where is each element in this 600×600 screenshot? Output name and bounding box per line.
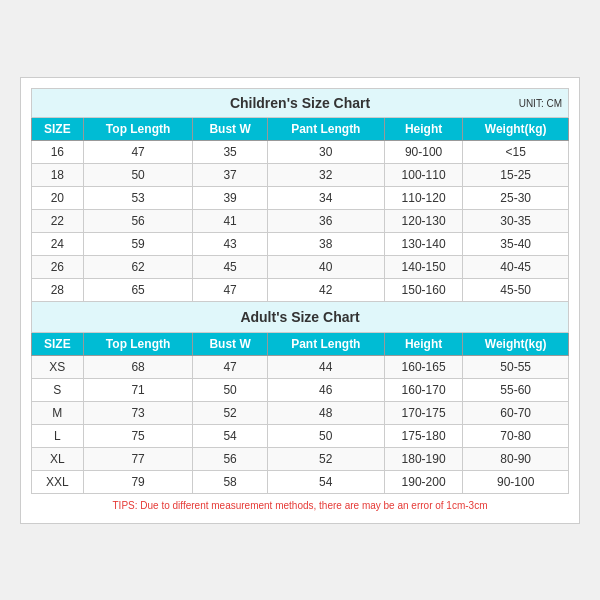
table-row: 24 59 43 38 130-140 35-40 xyxy=(32,232,569,255)
cell-bust-w: 54 xyxy=(193,424,267,447)
table-row: 22 56 41 36 120-130 30-35 xyxy=(32,209,569,232)
adult-title: Adult's Size Chart xyxy=(240,309,359,325)
cell-pant-length: 42 xyxy=(267,278,384,301)
col-header-weight-adult: Weight(kg) xyxy=(463,332,569,355)
cell-top-length: 71 xyxy=(83,378,193,401)
cell-top-length: 53 xyxy=(83,186,193,209)
col-header-size: SIZE xyxy=(32,117,84,140)
cell-bust-w: 43 xyxy=(193,232,267,255)
cell-height: 120-130 xyxy=(384,209,462,232)
table-row: XS 68 47 44 160-165 50-55 xyxy=(32,355,569,378)
cell-size: 18 xyxy=(32,163,84,186)
cell-height: 190-200 xyxy=(384,470,462,493)
cell-height: 175-180 xyxy=(384,424,462,447)
cell-bust-w: 39 xyxy=(193,186,267,209)
cell-top-length: 75 xyxy=(83,424,193,447)
cell-size: XXL xyxy=(32,470,84,493)
cell-height: 150-160 xyxy=(384,278,462,301)
col-header-height: Height xyxy=(384,117,462,140)
cell-size: M xyxy=(32,401,84,424)
table-row: XL 77 56 52 180-190 80-90 xyxy=(32,447,569,470)
adult-header-row: SIZE Top Length Bust W Pant Length Heigh… xyxy=(32,332,569,355)
cell-top-length: 47 xyxy=(83,140,193,163)
table-row: M 73 52 48 170-175 60-70 xyxy=(32,401,569,424)
cell-size: 26 xyxy=(32,255,84,278)
chart-container: Children's Size Chart UNIT: CM SIZE Top … xyxy=(20,77,580,524)
cell-pant-length: 38 xyxy=(267,232,384,255)
col-header-bust-w-adult: Bust W xyxy=(193,332,267,355)
cell-pant-length: 34 xyxy=(267,186,384,209)
cell-pant-length: 32 xyxy=(267,163,384,186)
cell-bust-w: 50 xyxy=(193,378,267,401)
cell-bust-w: 37 xyxy=(193,163,267,186)
cell-bust-w: 47 xyxy=(193,278,267,301)
table-row: L 75 54 50 175-180 70-80 xyxy=(32,424,569,447)
cell-bust-w: 47 xyxy=(193,355,267,378)
cell-top-length: 62 xyxy=(83,255,193,278)
cell-pant-length: 44 xyxy=(267,355,384,378)
cell-top-length: 56 xyxy=(83,209,193,232)
children-title-row: Children's Size Chart UNIT: CM xyxy=(32,88,569,117)
cell-pant-length: 52 xyxy=(267,447,384,470)
cell-top-length: 50 xyxy=(83,163,193,186)
cell-top-length: 68 xyxy=(83,355,193,378)
cell-bust-w: 41 xyxy=(193,209,267,232)
col-header-top-length: Top Length xyxy=(83,117,193,140)
cell-weight: 70-80 xyxy=(463,424,569,447)
cell-size: L xyxy=(32,424,84,447)
cell-pant-length: 48 xyxy=(267,401,384,424)
cell-weight: 40-45 xyxy=(463,255,569,278)
col-header-size-adult: SIZE xyxy=(32,332,84,355)
cell-weight: 80-90 xyxy=(463,447,569,470)
cell-height: 110-120 xyxy=(384,186,462,209)
cell-weight: 25-30 xyxy=(463,186,569,209)
table-row: 20 53 39 34 110-120 25-30 xyxy=(32,186,569,209)
cell-size: XS xyxy=(32,355,84,378)
cell-bust-w: 35 xyxy=(193,140,267,163)
cell-top-length: 73 xyxy=(83,401,193,424)
cell-size: 20 xyxy=(32,186,84,209)
cell-top-length: 79 xyxy=(83,470,193,493)
cell-weight: <15 xyxy=(463,140,569,163)
cell-height: 100-110 xyxy=(384,163,462,186)
cell-size: S xyxy=(32,378,84,401)
table-row: XXL 79 58 54 190-200 90-100 xyxy=(32,470,569,493)
cell-weight: 50-55 xyxy=(463,355,569,378)
cell-top-length: 65 xyxy=(83,278,193,301)
cell-top-length: 77 xyxy=(83,447,193,470)
cell-height: 130-140 xyxy=(384,232,462,255)
cell-weight: 35-40 xyxy=(463,232,569,255)
col-header-pant-length: Pant Length xyxy=(267,117,384,140)
cell-size: 22 xyxy=(32,209,84,232)
cell-bust-w: 58 xyxy=(193,470,267,493)
cell-bust-w: 56 xyxy=(193,447,267,470)
col-header-bust-w: Bust W xyxy=(193,117,267,140)
cell-pant-length: 30 xyxy=(267,140,384,163)
cell-height: 180-190 xyxy=(384,447,462,470)
col-header-weight: Weight(kg) xyxy=(463,117,569,140)
cell-bust-w: 45 xyxy=(193,255,267,278)
col-header-height-adult: Height xyxy=(384,332,462,355)
cell-size: 16 xyxy=(32,140,84,163)
cell-bust-w: 52 xyxy=(193,401,267,424)
cell-pant-length: 40 xyxy=(267,255,384,278)
adult-title-row: Adult's Size Chart xyxy=(32,301,569,332)
table-row: 28 65 47 42 150-160 45-50 xyxy=(32,278,569,301)
cell-pant-length: 46 xyxy=(267,378,384,401)
cell-weight: 45-50 xyxy=(463,278,569,301)
cell-weight: 90-100 xyxy=(463,470,569,493)
cell-pant-length: 50 xyxy=(267,424,384,447)
cell-height: 170-175 xyxy=(384,401,462,424)
children-header-row: SIZE Top Length Bust W Pant Length Heigh… xyxy=(32,117,569,140)
table-row: 26 62 45 40 140-150 40-45 xyxy=(32,255,569,278)
cell-height: 160-165 xyxy=(384,355,462,378)
cell-top-length: 59 xyxy=(83,232,193,255)
col-header-pant-length-adult: Pant Length xyxy=(267,332,384,355)
cell-size: 28 xyxy=(32,278,84,301)
cell-size: XL xyxy=(32,447,84,470)
cell-weight: 15-25 xyxy=(463,163,569,186)
cell-weight: 55-60 xyxy=(463,378,569,401)
cell-height: 160-170 xyxy=(384,378,462,401)
table-row: 18 50 37 32 100-110 15-25 xyxy=(32,163,569,186)
children-title: Children's Size Chart xyxy=(230,95,370,111)
